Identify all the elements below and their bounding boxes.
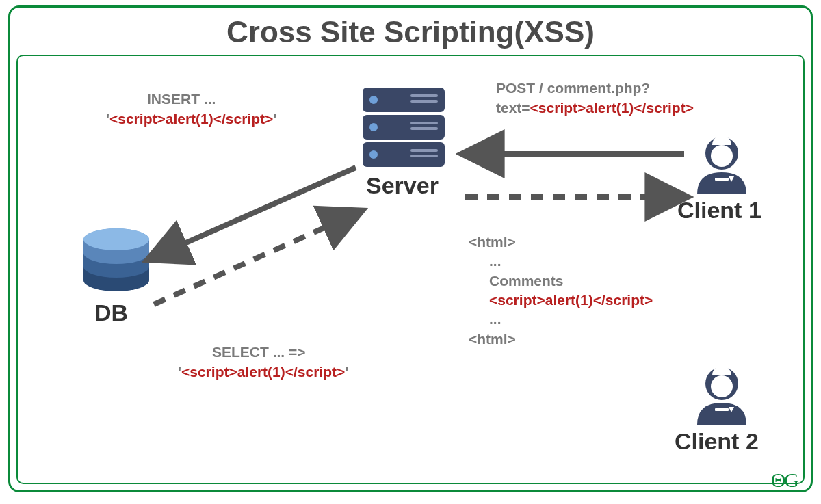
post-payload: <script>alert(1)</script> [530,100,694,116]
svg-rect-9 [410,127,438,130]
post-prefix: text= [496,100,530,116]
html-dots1: ... [469,253,501,269]
insert-line1: INSERT ... [106,91,216,107]
server-label: Server [366,172,439,199]
select-payload: <script>alert(1)</script> [181,364,345,380]
post-annotation: POST / comment.php? text=<script>alert(1… [496,78,694,118]
insert-payload: <script>alert(1)</script> [109,111,273,127]
database-icon [83,228,149,291]
html-comments: Comments [469,273,564,289]
client1-label: Client 1 [677,197,761,224]
svg-rect-20 [715,408,729,411]
select-q2: ' [345,364,348,380]
html-dots2: ... [469,311,501,327]
svg-point-19 [711,375,733,397]
svg-rect-16 [715,178,729,181]
server-icon [363,88,445,167]
svg-point-1 [83,228,149,250]
gfg-logo: ΘG [771,468,798,492]
client2-label: Client 2 [675,428,759,455]
arrow-db-to-server [154,212,359,304]
post-line1: POST / comment.php? [496,80,650,96]
svg-point-15 [711,145,733,167]
svg-rect-12 [410,149,438,152]
html-payload: <script>alert(1)</script> [469,292,653,308]
arrow-server-to-db [151,168,356,258]
svg-rect-13 [410,155,438,157]
svg-rect-5 [410,100,438,103]
html-output-annotation: <html> ... Comments <script>alert(1)</sc… [469,233,653,349]
select-line1: SELECT ... => [178,344,306,360]
html-open: <html> [469,234,516,250]
svg-point-3 [369,96,378,104]
svg-rect-8 [410,122,438,124]
insert-annotation: INSERT ... '<script>alert(1)</script>' [106,89,276,129]
svg-point-11 [369,150,378,159]
db-label: DB [94,300,128,326]
svg-point-7 [369,123,378,131]
insert-q2: ' [273,111,276,127]
select-annotation: SELECT ... => '<script>alert(1)</script>… [178,342,348,382]
client2-icon [697,366,746,425]
html-close: <html> [469,331,516,347]
svg-rect-4 [410,94,438,97]
client1-icon [697,135,746,194]
